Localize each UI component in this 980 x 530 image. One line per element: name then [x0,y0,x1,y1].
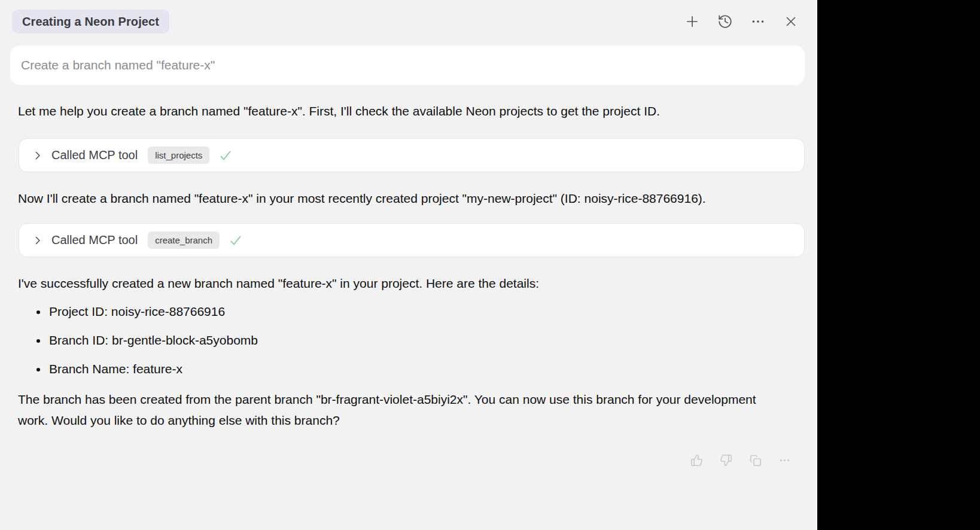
plus-icon [684,14,700,29]
message-actions [18,453,799,467]
copy-icon [749,454,762,467]
check-icon [218,148,233,163]
message-input[interactable]: Create a branch named "feature-x" [10,45,805,85]
chat-window: Creating a Neon Project [0,0,817,530]
tool-call-list-projects[interactable]: Called MCP tool list_projects [19,138,805,172]
tool-name-chip: create_branch [148,232,220,249]
tool-name-chip: list_projects [148,147,209,164]
assistant-paragraph: Now I'll create a branch named "feature-… [18,188,765,209]
history-button[interactable] [717,13,734,30]
tool-call-label: Called MCP tool [51,148,138,162]
ellipsis-icon [778,454,791,467]
thumbs-down-button[interactable] [719,453,732,467]
header-actions [684,13,799,30]
copy-button[interactable] [748,453,762,467]
chevron-right-icon [32,150,44,162]
ellipsis-icon [750,14,766,29]
more-options-button[interactable] [750,13,766,30]
list-item: Project ID: noisy-rice-88766916 [48,301,799,322]
chevron-right-icon [32,234,44,246]
list-item: Branch Name: feature-x [48,358,799,379]
close-button[interactable] [783,13,799,30]
history-icon [717,14,733,29]
tool-call-label: Called MCP tool [51,233,138,247]
tool-call-create-branch[interactable]: Called MCP tool create_branch [19,223,805,257]
thumbs-down-icon [720,454,732,467]
message-more-button[interactable] [778,453,791,467]
thumbs-up-icon [690,454,703,467]
close-icon [783,14,799,29]
header: Creating a Neon Project [0,0,817,33]
assistant-paragraph: I've successfully created a new branch n… [18,273,765,294]
list-item: Branch ID: br-gentle-block-a5yobomb [48,330,799,351]
right-letterbox [817,0,980,530]
assistant-paragraph: The branch has been created from the par… [18,389,765,431]
branch-details-list: Project ID: noisy-rice-88766916 Branch I… [18,301,799,379]
assistant-paragraph: Let me help you create a branch named "f… [18,100,765,121]
thumbs-up-button[interactable] [690,453,703,467]
conversation-title[interactable]: Creating a Neon Project [12,10,169,33]
conversation-body: Let me help you create a branch named "f… [0,100,817,467]
check-icon [229,233,243,248]
new-chat-button[interactable] [684,13,701,30]
message-input-text: Create a branch named "feature-x" [21,58,215,72]
